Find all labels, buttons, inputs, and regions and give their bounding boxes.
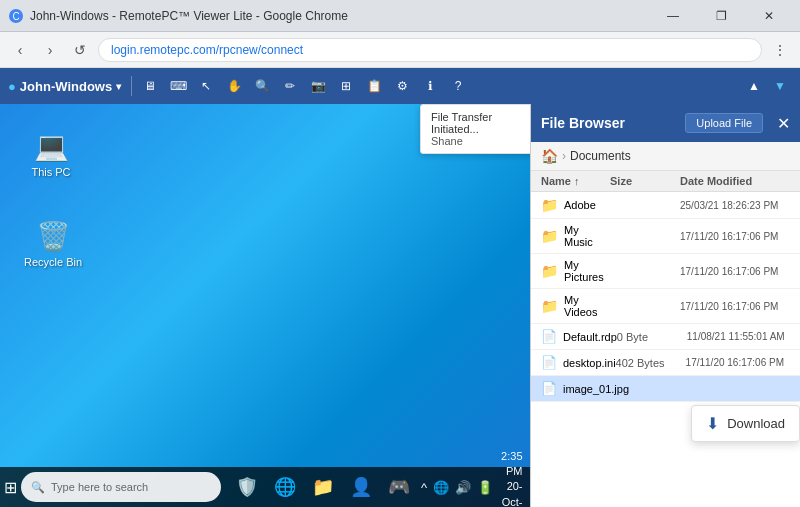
keyboard-icon-btn[interactable]: ⌨ xyxy=(166,74,190,98)
file-item[interactable]: 📁 My Pictures 17/11/20 16:17:06 PM xyxy=(531,254,800,289)
file-item-size: 402 Bytes xyxy=(616,357,686,369)
desktop-icon-img: 🗑️ xyxy=(35,218,71,254)
back-button[interactable]: ‹ xyxy=(8,38,32,62)
file-item-name: 📁 Adobe xyxy=(541,197,610,213)
breadcrumb-home[interactable]: 🏠 xyxy=(541,148,558,164)
scroll-down-btn[interactable]: ▼ xyxy=(768,74,792,98)
main-area: 💻 This PC 🗑️ Recycle Bin ⊞ 🔍 Type here t… xyxy=(0,104,800,507)
file-browser-close[interactable]: ✕ xyxy=(777,114,790,133)
desktop-icon-label: Recycle Bin xyxy=(24,256,82,268)
file-item-date: 17/11/20 16:17:06 PM xyxy=(680,266,790,277)
taskbar-right: ^ 🌐 🔊 🔋 2:35 PM 20-Oct-21 □ xyxy=(421,449,530,507)
file-browser-title: File Browser xyxy=(541,115,625,131)
taskbar: ⊞ 🔍 Type here to search 🛡️ 🌐 📁 👤 🎮 ^ 🌐 🔊… xyxy=(0,467,530,507)
file-item-label: Default.rdp xyxy=(563,331,617,343)
browser-favicon: C xyxy=(8,8,24,24)
taskbar-clock[interactable]: 2:35 PM 20-Oct-21 xyxy=(501,449,522,507)
desktop-icon[interactable]: 🗑️ Recycle Bin xyxy=(18,214,88,272)
forward-button[interactable]: › xyxy=(38,38,62,62)
taskbar-user[interactable]: 👤 xyxy=(343,469,379,505)
hand-icon-btn[interactable]: ✋ xyxy=(222,74,246,98)
taskbar-explorer[interactable]: 📁 xyxy=(305,469,341,505)
taskbar-time: 2:35 PM xyxy=(501,449,522,480)
cursor-icon-btn[interactable]: ↖ xyxy=(194,74,218,98)
file-item-wrapper: 📄 desktop.ini 402 Bytes 17/11/20 16:17:0… xyxy=(531,350,800,376)
file-item[interactable]: 📄 image_01.jpg xyxy=(531,376,800,402)
zoom-icon-btn[interactable]: 🔍 xyxy=(250,74,274,98)
edit-icon-btn[interactable]: ✏ xyxy=(278,74,302,98)
reload-button[interactable]: ↺ xyxy=(68,38,92,62)
file-item-wrapper: 📁 Adobe 25/03/21 18:26:23 PM xyxy=(531,192,800,219)
browser-titlebar: C John-Windows - RemotePC™ Viewer Lite -… xyxy=(0,0,800,32)
extensions-button[interactable]: ⋮ xyxy=(768,38,792,62)
scroll-up-btn[interactable]: ▲ xyxy=(742,74,766,98)
clipboard-icon-btn[interactable]: 📋 xyxy=(362,74,386,98)
remote-desktop[interactable]: 💻 This PC 🗑️ Recycle Bin ⊞ 🔍 Type here t… xyxy=(0,104,530,507)
file-item[interactable]: 📁 Adobe 25/03/21 18:26:23 PM xyxy=(531,192,800,219)
file-item[interactable]: 📁 My Videos 17/11/20 16:17:06 PM xyxy=(531,289,800,324)
file-item-label: My Music xyxy=(564,224,610,248)
file-item[interactable]: 📄 desktop.ini 402 Bytes 17/11/20 16:17:0… xyxy=(531,350,800,376)
close-button[interactable]: ✕ xyxy=(746,0,792,32)
file-item-size: 0 Byte xyxy=(617,331,687,343)
monitor-icon-btn[interactable]: 🖥 xyxy=(138,74,162,98)
file-item-date: 25/03/21 18:26:23 PM xyxy=(680,200,790,211)
file-item-label: My Videos xyxy=(564,294,610,318)
file-item-date: 17/11/20 16:17:06 PM xyxy=(680,301,790,312)
folder-icon: 📁 xyxy=(541,197,558,213)
upload-file-button[interactable]: Upload File xyxy=(685,113,763,133)
file-item-name: 📁 My Pictures xyxy=(541,259,610,283)
file-item-name: 📁 My Videos xyxy=(541,294,610,318)
col-date[interactable]: Date Modified xyxy=(680,175,790,187)
file-item-wrapper: 📁 My Music 17/11/20 16:17:06 PM xyxy=(531,219,800,254)
toolbar-sep-1 xyxy=(131,76,132,96)
breadcrumb: 🏠 › Documents xyxy=(531,142,800,171)
file-item-wrapper: 📁 My Videos 17/11/20 16:17:06 PM xyxy=(531,289,800,324)
col-size[interactable]: Size xyxy=(610,175,680,187)
info-icon-btn[interactable]: ℹ xyxy=(418,74,442,98)
download-label: Download xyxy=(727,416,785,431)
taskbar-shield[interactable]: 🛡️ xyxy=(229,469,265,505)
file-item-wrapper: 📁 My Pictures 17/11/20 16:17:06 PM xyxy=(531,254,800,289)
grid-icon-btn[interactable]: ⊞ xyxy=(334,74,358,98)
folder-icon: 📁 xyxy=(541,263,558,279)
battery-icon: 🔋 xyxy=(477,480,493,495)
file-item-date: 17/11/20 16:17:06 PM xyxy=(680,231,790,242)
connection-label: ● John-Windows ▾ xyxy=(8,79,121,94)
start-button[interactable]: ⊞ xyxy=(4,467,17,507)
app-toolbar: ● John-Windows ▾ 🖥 ⌨ ↖ ✋ 🔍 ✏ 📷 ⊞ 📋 ⚙ ℹ ?… xyxy=(0,68,800,104)
address-field[interactable]: login.remotepc.com/rpcnew/connect xyxy=(98,38,762,62)
help-icon-btn[interactable]: ? xyxy=(446,74,470,98)
volume-icon: 🔊 xyxy=(455,480,471,495)
taskbar-edge[interactable]: 🌐 xyxy=(267,469,303,505)
settings-icon-btn[interactable]: ⚙ xyxy=(390,74,414,98)
file-list-header: Name ↑ Size Date Modified xyxy=(531,171,800,192)
file-item-label: My Pictures xyxy=(564,259,610,283)
file-browser-header: File Browser Upload File ✕ xyxy=(531,104,800,142)
file-item[interactable]: 📁 My Music 17/11/20 16:17:06 PM xyxy=(531,219,800,254)
file-browser-panel: File Browser Upload File ✕ 🏠 › Documents… xyxy=(530,104,800,507)
taskbar-search-text: Type here to search xyxy=(51,481,148,493)
file-item-name: 📄 image_01.jpg xyxy=(541,381,629,396)
taskbar-date: 20-Oct-21 xyxy=(501,479,522,507)
svg-text:C: C xyxy=(12,11,19,22)
screenshot-icon-btn[interactable]: 📷 xyxy=(306,74,330,98)
taskbar-ps[interactable]: 🎮 xyxy=(381,469,417,505)
folder-icon: 📁 xyxy=(541,228,558,244)
col-name[interactable]: Name ↑ xyxy=(541,175,610,187)
file-icon: 📄 xyxy=(541,381,557,396)
desktop-icon[interactable]: 💻 This PC xyxy=(16,124,86,182)
file-icon: 📄 xyxy=(541,329,557,344)
browser-addressbar: ‹ › ↺ login.remotepc.com/rpcnew/connect … xyxy=(0,32,800,68)
chevron-up-icon[interactable]: ^ xyxy=(421,480,427,495)
taskbar-search[interactable]: 🔍 Type here to search xyxy=(21,472,221,502)
file-item-name: 📄 desktop.ini xyxy=(541,355,616,370)
download-tooltip[interactable]: ⬇ Download xyxy=(691,405,800,442)
minimize-button[interactable]: — xyxy=(650,0,696,32)
file-item[interactable]: 📄 Default.rdp 0 Byte 11/08/21 11:55:01 A… xyxy=(531,324,800,350)
file-item-label: image_01.jpg xyxy=(563,383,629,395)
breadcrumb-documents[interactable]: Documents xyxy=(570,149,631,163)
folder-icon: 📁 xyxy=(541,298,558,314)
breadcrumb-sep: › xyxy=(562,149,566,163)
maximize-button[interactable]: ❐ xyxy=(698,0,744,32)
